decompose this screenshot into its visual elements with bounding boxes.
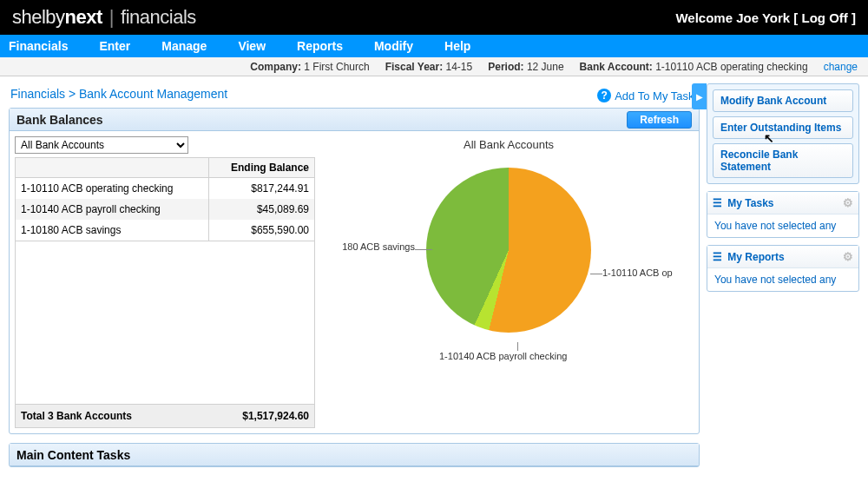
reconcile-bank-statement-button[interactable]: Reconcile Bank Statement xyxy=(713,143,853,178)
my-reports-section: ☰ My Reports ⚙ You have not selected any xyxy=(707,245,859,292)
row-balance: $817,244.91 xyxy=(209,178,315,200)
balances-chart: All Bank Accounts 180 ACB savings 1-1011… xyxy=(324,136,694,428)
my-reports-title: ☰ My Reports xyxy=(713,251,785,263)
add-to-tasks-label: Add To My Tasks xyxy=(615,89,700,102)
balances-left: All Bank Accounts Ending Balance 1-10110… xyxy=(15,136,315,428)
add-to-tasks[interactable]: ? Add To My Tasks xyxy=(597,89,700,102)
pie-label-operating: 1-10110 ACB op xyxy=(602,267,673,278)
main-column: Financials > Bank Account Management ? A… xyxy=(9,83,700,495)
breadcrumb: Financials > Bank Account Management xyxy=(9,83,229,108)
col-account xyxy=(16,158,209,178)
ctx-change-link[interactable]: change xyxy=(824,61,858,73)
collapse-sidebar-button[interactable]: ▶ xyxy=(692,83,707,109)
pie-label-payroll: 1-10140 ACB payroll checking xyxy=(439,351,567,361)
account-select[interactable]: All Bank Accounts xyxy=(15,136,188,154)
total-label: Total 3 Bank Accounts xyxy=(21,410,132,422)
menu-enter[interactable]: Enter xyxy=(99,39,130,53)
menu-view[interactable]: View xyxy=(238,39,266,53)
chart-title: All Bank Accounts xyxy=(464,138,554,151)
table-row[interactable]: 1-10140 ACB payroll checking $45,089.69 xyxy=(16,199,315,220)
table-filler xyxy=(15,241,315,405)
my-tasks-title: ☰ My Tasks xyxy=(713,197,773,209)
modify-bank-account-button[interactable]: Modify Bank Account xyxy=(713,89,853,112)
pie-graphic xyxy=(426,168,591,333)
ctx-company: Company: 1 First Church xyxy=(250,61,369,73)
balances-total: Total 3 Bank Accounts $1,517,924.60 xyxy=(15,405,315,428)
gear-icon[interactable]: ⚙ xyxy=(843,196,853,209)
menu-help[interactable]: Help xyxy=(444,39,470,53)
panel-title: Bank Balances xyxy=(16,113,103,127)
table-row[interactable]: 1-10180 ACB savings $655,590.00 xyxy=(16,220,315,241)
main-content-tasks-panel: Main Content Tasks xyxy=(9,443,700,467)
brand-p2: next xyxy=(65,6,102,29)
list-icon: ☰ xyxy=(713,251,722,263)
row-name: 1-10140 ACB payroll checking xyxy=(16,199,209,220)
chevron-right-icon: ▶ xyxy=(696,92,703,102)
side-column: ▶ Modify Bank Account Enter Outstanding … xyxy=(707,83,859,495)
my-tasks-section: ☰ My Tasks ⚙ You have not selected any xyxy=(707,191,859,238)
ctx-fy: Fiscal Year: 14-15 xyxy=(385,61,473,73)
row-name: 1-10180 ACB savings xyxy=(16,220,209,241)
bank-balances-panel: Bank Balances Refresh All Bank Accounts … xyxy=(9,108,700,434)
row-name: 1-10110 ACB operating checking xyxy=(16,178,209,200)
menu-manage[interactable]: Manage xyxy=(161,39,207,53)
side-actions-panel: Modify Bank Account Enter Outstanding It… xyxy=(707,83,859,184)
refresh-button[interactable]: Refresh xyxy=(627,111,692,129)
pie-label-savings: 180 ACB savings xyxy=(342,241,415,252)
breadcrumb-page: Bank Account Management xyxy=(79,87,227,101)
topbar: shelbynext | financials Welcome Joe York… xyxy=(0,0,868,35)
brand-sep: | xyxy=(109,6,114,29)
brand-p3: financials xyxy=(121,6,196,29)
panel-header: Bank Balances Refresh xyxy=(10,109,699,131)
pie-chart: 180 ACB savings 1-10110 ACB op 1-10140 A… xyxy=(422,163,595,337)
row-balance: $655,590.00 xyxy=(209,220,315,241)
menu-modify[interactable]: Modify xyxy=(374,39,413,53)
breadcrumb-root[interactable]: Financials xyxy=(10,87,65,101)
side-btn-label: Enter Outstanding Items xyxy=(720,122,841,134)
menu-reports[interactable]: Reports xyxy=(297,39,343,53)
gear-icon[interactable]: ⚙ xyxy=(843,250,853,263)
ctx-bankacct: Bank Account: 1-10110 ACB operating chec… xyxy=(580,61,808,73)
question-icon: ? xyxy=(597,89,611,102)
breadcrumb-arrow: > xyxy=(69,87,76,101)
row-balance: $45,089.69 xyxy=(209,199,315,220)
welcome-block: Welcome Joe York [ Log Off ] xyxy=(675,10,856,25)
my-reports-empty: You have not selected any xyxy=(707,268,858,291)
brand-p1: shelby xyxy=(12,6,65,29)
balances-table: Ending Balance 1-10110 ACB operating che… xyxy=(15,157,315,241)
my-tasks-empty: You have not selected any xyxy=(707,214,858,237)
brand-logo: shelbynext | financials xyxy=(12,6,196,29)
enter-outstanding-items-button[interactable]: Enter Outstanding Items ↖ xyxy=(713,116,853,139)
menu-financials[interactable]: Financials xyxy=(9,39,68,53)
total-value: $1,517,924.60 xyxy=(242,410,309,422)
ctx-period: Period: 12 June xyxy=(488,61,563,73)
col-ending-balance: Ending Balance xyxy=(209,158,315,178)
logoff-link[interactable]: [ Log Off ] xyxy=(793,10,856,25)
panel2-title: Main Content Tasks xyxy=(10,444,699,466)
list-icon: ☰ xyxy=(713,197,722,209)
context-bar: Company: 1 First Church Fiscal Year: 14-… xyxy=(0,57,868,76)
main-menu: Financials Enter Manage View Reports Mod… xyxy=(0,35,868,57)
welcome-text: Welcome Joe York xyxy=(675,10,790,25)
table-row[interactable]: 1-10110 ACB operating checking $817,244.… xyxy=(16,178,315,200)
